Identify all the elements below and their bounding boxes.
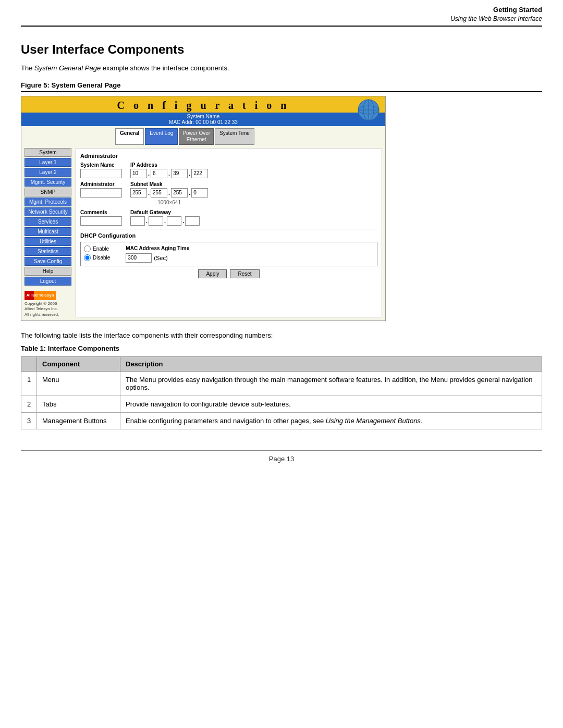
copyright-text: Copyright © 2006Allied Telesyn Inc.All r… [25, 301, 71, 317]
gateway-octet-2[interactable] [149, 216, 163, 226]
mac-aging-field: MAC Address Aging Time (Sec) [126, 245, 189, 263]
config-nav: System Layer 1 Layer 2 Mgmt. Security SN… [25, 148, 71, 317]
nav-layer1[interactable]: Layer 1 [25, 158, 71, 167]
nav-statistics[interactable]: Statistics [25, 247, 71, 256]
ip-octet-3[interactable] [171, 169, 188, 178]
mac-aging-input[interactable] [126, 253, 152, 263]
reset-button[interactable]: Reset [230, 269, 259, 278]
col-header-description: Description [120, 357, 542, 372]
page-number: Page 13 [269, 455, 294, 463]
col-header-num [21, 357, 37, 372]
subnet-mask-field: Subnet Mask . . . 1000×641 [130, 181, 208, 206]
tab-general[interactable]: General [115, 128, 144, 145]
row-component: Menu [37, 372, 120, 396]
row-number: 3 [21, 413, 37, 429]
dhcp-section-title: DHCP Configuration [80, 232, 377, 239]
ip-address-inputs: . . . [130, 169, 208, 178]
nav-mgmt-security[interactable]: Mgmt. Security [25, 178, 71, 187]
nav-system[interactable]: System [25, 148, 71, 157]
dhcp-box: Enable Disable MAC Address Aging Time [80, 242, 377, 266]
mac-aging-unit: (Sec) [154, 255, 167, 261]
apply-button[interactable]: Apply [198, 269, 227, 278]
system-name-input[interactable] [80, 169, 122, 178]
ip-address-field: IP Address . . . [130, 162, 208, 178]
tab-system-time[interactable]: System Time [215, 128, 254, 145]
mac-aging-input-row: (Sec) [126, 253, 189, 263]
row-component: Tabs [37, 396, 120, 413]
subnet-octet-2[interactable] [151, 188, 167, 198]
row-number: 2 [21, 396, 37, 413]
table-caption: Table 1: Interface Components [21, 344, 542, 352]
config-tabs-row: General Event Log Power OverEthernet Sys… [21, 126, 385, 145]
ip-octet-1[interactable] [130, 169, 147, 178]
dhcp-enable-radio[interactable] [84, 245, 91, 252]
ip-octet-2[interactable] [151, 169, 167, 178]
gateway-octet-1[interactable] [130, 216, 145, 226]
tab-event-log[interactable]: Event Log [145, 128, 178, 145]
nav-multicast[interactable]: Multicast [25, 227, 71, 236]
mac-aging-label: MAC Address Aging Time [126, 245, 189, 251]
subnet-octet-1[interactable] [130, 188, 147, 198]
system-name-label: System Name [80, 162, 122, 168]
config-ui-screenshot: C o n f i g u r a t i o n System Name MA… [21, 96, 386, 321]
col-header-component: Component [37, 357, 120, 372]
nav-snmp[interactable]: SNMP [25, 188, 71, 196]
administrator-label: Administrator [80, 181, 122, 187]
config-header: C o n f i g u r a t i o n System Name MA… [21, 96, 385, 126]
components-table: Component Description 1MenuThe Menu prov… [21, 356, 542, 429]
table-row: 1MenuThe Menu provides easy navigation t… [21, 372, 542, 396]
form-row-1: System Name IP Address . . . [80, 162, 377, 178]
tab-power-ethernet[interactable]: Power OverEthernet [179, 128, 214, 145]
nav-layer2[interactable]: Layer 2 [25, 168, 71, 177]
gateway-inputs: . . . [130, 216, 200, 226]
nav-logout[interactable]: Logout [25, 277, 71, 286]
nav-services[interactable]: Services [25, 217, 71, 226]
nav-mgmt-protocols[interactable]: Mgmt. Protocols [25, 198, 71, 206]
system-name-field: System Name [80, 162, 122, 178]
row-description: Provide navigation to configurable devic… [120, 396, 542, 413]
row-description: The Menu provides easy navigation throug… [120, 372, 542, 396]
form-row-3: Comments Default Gateway . . . [80, 209, 377, 226]
subnet-mask-label: Subnet Mask [130, 181, 208, 187]
gateway-octet-4[interactable] [185, 216, 200, 226]
page-title: User Interface Components [21, 42, 542, 57]
figure-label: Figure 5: System General Page [21, 81, 542, 92]
administrator-field: Administrator [80, 181, 122, 206]
nav-utilities[interactable]: Utilities [25, 237, 71, 246]
following-paragraph: The following table lists the interface … [21, 331, 542, 339]
dhcp-disable-label: Disable [93, 255, 110, 261]
table-row: 3Management ButtonsEnable configuring pa… [21, 413, 542, 429]
dhcp-enable-option: Enable [84, 245, 110, 252]
table-header-row: Component Description [21, 357, 542, 372]
dhcp-radio-group: Enable Disable [84, 245, 110, 261]
comments-field: Comments [80, 209, 122, 226]
row-number: 1 [21, 372, 37, 396]
intro-paragraph: The System General Page example shows th… [21, 64, 542, 72]
dhcp-enable-label: Enable [93, 246, 109, 252]
dhcp-disable-radio[interactable] [84, 254, 91, 261]
nav-save-config[interactable]: Save Config [25, 257, 71, 266]
form-divider [80, 229, 377, 229]
header-subtitle: Using the Web Browser Interface [450, 15, 542, 23]
gateway-octet-3[interactable] [167, 216, 181, 226]
dhcp-row: Enable Disable MAC Address Aging Time [84, 245, 374, 263]
comments-input[interactable] [80, 216, 122, 226]
subnet-octet-4[interactable] [191, 188, 208, 198]
subnet-mask-inputs: . . . [130, 188, 208, 198]
main-content: User Interface Components The System Gen… [0, 27, 563, 440]
table-row: 2TabsProvide navigation to configurable … [21, 396, 542, 413]
ip-address-label: IP Address [130, 162, 208, 168]
nav-network-security[interactable]: Network Security [25, 207, 71, 216]
row-description: Enable configuring parameters and naviga… [120, 413, 542, 429]
allied-telesyn-logo: Allied Telesyn Copyright © 2006Allied Te… [25, 291, 71, 317]
config-title: C o n f i g u r a t i o n [21, 100, 385, 112]
ip-octet-4[interactable] [191, 169, 208, 178]
page-header: Getting Started Using the Web Browser In… [0, 0, 563, 26]
nav-help[interactable]: Help [25, 267, 71, 276]
subnet-octet-3[interactable] [171, 188, 188, 198]
config-form-area: Administrator System Name IP Address . . [76, 148, 382, 317]
administrator-input[interactable] [80, 188, 122, 198]
admin-section-title: Administrator [80, 153, 377, 159]
action-buttons: Apply Reset [80, 266, 377, 279]
resolution-badge: 1000×641 [130, 200, 208, 205]
